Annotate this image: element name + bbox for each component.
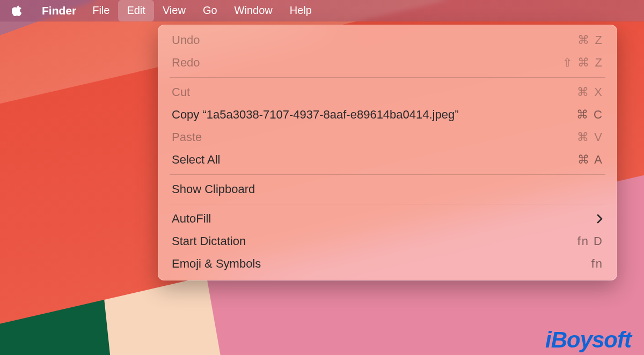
menu-bar: Finder File Edit View Go Window Help — [0, 0, 644, 21]
watermark-logo: iBoysoft — [545, 327, 631, 353]
edit-menu-dropdown: Undo ⌘ Z Redo ⇧ ⌘ Z Cut ⌘ X Copy “1a5a30… — [158, 25, 617, 280]
menu-item-cut: Cut ⌘ X — [158, 81, 617, 103]
menu-item-label: Copy “1a5a3038-7107-4937-8aaf-e89614ba04… — [172, 108, 470, 122]
menu-item-show-clipboard[interactable]: Show Clipboard — [158, 178, 617, 201]
menu-item-label: Cut — [172, 85, 201, 99]
menu-item-label: Select All — [172, 153, 231, 167]
menu-separator — [170, 204, 605, 204]
menu-go[interactable]: Go — [194, 0, 226, 21]
menu-separator — [170, 77, 605, 78]
menu-item-start-dictation[interactable]: Start Dictation fn D — [158, 230, 617, 253]
menu-item-label: Paste — [172, 130, 213, 144]
menu-item-select-all[interactable]: Select All ⌘ A — [158, 149, 617, 171]
menu-item-redo: Redo ⇧ ⌘ Z — [158, 51, 617, 74]
menu-item-label: Undo — [172, 33, 211, 47]
menu-item-shortcut: ⌘ A — [577, 153, 603, 167]
menu-item-shortcut: fn D — [577, 234, 603, 248]
menu-item-label: Show Clipboard — [172, 182, 266, 196]
menu-item-shortcut: ⇧ ⌘ Z — [562, 56, 603, 70]
menu-item-shortcut: ⌘ X — [577, 85, 603, 99]
menu-window[interactable]: Window — [226, 0, 281, 21]
menu-help[interactable]: Help — [281, 0, 320, 21]
menu-view[interactable]: View — [154, 0, 194, 21]
menu-item-shortcut: fn — [591, 257, 603, 271]
menu-item-undo: Undo ⌘ Z — [158, 29, 617, 51]
menu-item-shortcut: ⌘ Z — [577, 33, 603, 47]
menu-item-emoji-symbols[interactable]: Emoji & Symbols fn — [158, 253, 617, 275]
menu-item-shortcut: ⌘ C — [576, 108, 603, 122]
menu-file[interactable]: File — [84, 0, 118, 21]
app-name[interactable]: Finder — [34, 4, 84, 17]
menu-item-label: Redo — [172, 56, 211, 70]
menu-item-label: Emoji & Symbols — [172, 257, 272, 271]
menu-item-label: AutoFill — [172, 212, 222, 226]
menu-item-autofill[interactable]: AutoFill — [158, 208, 617, 230]
apple-menu-icon[interactable] — [12, 5, 23, 17]
menu-item-paste: Paste ⌘ V — [158, 126, 617, 149]
chevron-right-icon — [597, 214, 603, 224]
menu-item-label: Start Dictation — [172, 234, 257, 248]
menu-separator — [170, 174, 605, 175]
menu-edit[interactable]: Edit — [118, 0, 153, 21]
menu-item-copy[interactable]: Copy “1a5a3038-7107-4937-8aaf-e89614ba04… — [158, 103, 617, 126]
menu-item-shortcut: ⌘ V — [577, 130, 603, 144]
